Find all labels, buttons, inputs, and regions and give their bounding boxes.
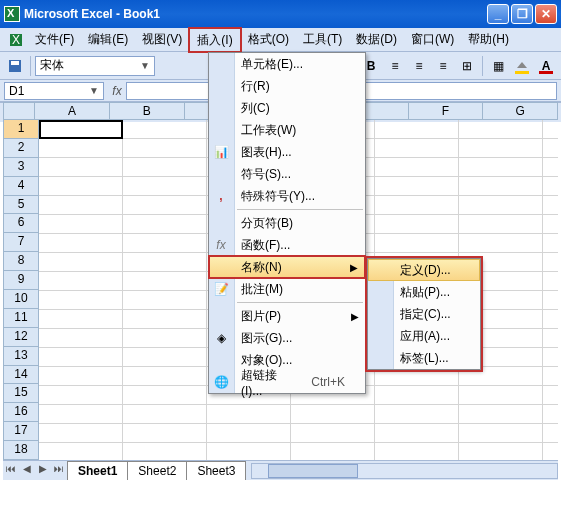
row-header[interactable]: 16 — [3, 403, 39, 422]
menu-item-label[interactable]: 标签(L)... — [368, 347, 480, 369]
menu-help[interactable]: 帮助(H) — [461, 28, 516, 51]
menu-item-function[interactable]: fx函数(F)... — [209, 234, 365, 256]
cell[interactable] — [123, 177, 207, 196]
merge-button[interactable]: ⊞ — [456, 55, 478, 77]
menu-item-pagebreak[interactable]: 分页符(B) — [209, 212, 365, 234]
font-color-button[interactable]: A — [535, 55, 557, 77]
cell[interactable] — [543, 348, 558, 367]
save-button[interactable] — [4, 55, 26, 77]
tab-nav-next[interactable]: ▶ — [35, 463, 51, 479]
cell[interactable] — [39, 253, 123, 272]
cell[interactable] — [459, 424, 543, 443]
menu-item-comment[interactable]: 📝批注(M) — [209, 278, 365, 300]
cell[interactable] — [543, 215, 558, 234]
cell[interactable] — [123, 253, 207, 272]
cell[interactable] — [459, 215, 543, 234]
cell[interactable] — [123, 405, 207, 424]
row-header[interactable]: 14 — [3, 366, 39, 385]
menu-item-rows[interactable]: 行(R) — [209, 75, 365, 97]
cell[interactable] — [459, 196, 543, 215]
cell[interactable] — [39, 329, 123, 348]
cell[interactable] — [375, 424, 459, 443]
cell[interactable] — [39, 291, 123, 310]
menu-file[interactable]: 文件(F) — [28, 28, 81, 51]
cell[interactable] — [39, 424, 123, 443]
fx-icon[interactable]: fx — [108, 84, 126, 98]
cell[interactable] — [123, 310, 207, 329]
cell[interactable] — [543, 443, 558, 460]
cell[interactable] — [123, 196, 207, 215]
align-right-button[interactable]: ≡ — [432, 55, 454, 77]
sheet-tab[interactable]: Sheet3 — [186, 461, 246, 480]
cell[interactable] — [39, 443, 123, 460]
cell[interactable] — [39, 405, 123, 424]
cell[interactable] — [123, 215, 207, 234]
row-header[interactable]: 1 — [3, 120, 39, 139]
cell[interactable] — [123, 443, 207, 460]
cell[interactable] — [123, 139, 207, 158]
cell[interactable] — [39, 310, 123, 329]
cell[interactable] — [123, 234, 207, 253]
cell[interactable] — [543, 120, 558, 139]
menu-insert[interactable]: 插入(I) — [189, 28, 240, 52]
row-header[interactable]: 13 — [3, 347, 39, 366]
cell[interactable] — [123, 291, 207, 310]
column-header[interactable]: B — [110, 102, 185, 120]
row-header[interactable]: 12 — [3, 328, 39, 347]
menu-item-name[interactable]: 名称(N)▶ — [209, 256, 365, 278]
select-all-corner[interactable] — [3, 102, 35, 120]
menu-item-paste[interactable]: 粘贴(P)... — [368, 281, 480, 303]
cell[interactable] — [123, 424, 207, 443]
menu-item-picture[interactable]: 图片(P)▶ — [209, 305, 365, 327]
cell[interactable] — [207, 424, 291, 443]
row-header[interactable]: 3 — [3, 158, 39, 177]
row-header[interactable]: 4 — [3, 177, 39, 196]
cell[interactable] — [543, 310, 558, 329]
menu-item-symbol[interactable]: 符号(S)... — [209, 163, 365, 185]
menu-item-hyperlink[interactable]: 🌐超链接(I)...Ctrl+K — [209, 371, 365, 393]
row-header[interactable]: 17 — [3, 422, 39, 441]
cell[interactable] — [123, 329, 207, 348]
document-icon[interactable]: X — [8, 32, 24, 48]
column-header[interactable]: A — [35, 102, 110, 120]
cell[interactable] — [375, 405, 459, 424]
cell[interactable] — [543, 177, 558, 196]
cell[interactable] — [123, 158, 207, 177]
cell[interactable] — [123, 120, 207, 139]
cell[interactable] — [543, 386, 558, 405]
cell[interactable] — [291, 424, 375, 443]
cell[interactable] — [39, 386, 123, 405]
cell[interactable] — [375, 177, 459, 196]
menu-edit[interactable]: 编辑(E) — [81, 28, 135, 51]
cell[interactable] — [543, 424, 558, 443]
sheet-tab[interactable]: Sheet1 — [67, 461, 128, 480]
cell[interactable] — [39, 215, 123, 234]
cell[interactable] — [39, 196, 123, 215]
cell[interactable] — [459, 120, 543, 139]
row-header[interactable]: 15 — [3, 384, 39, 403]
cell[interactable] — [459, 158, 543, 177]
row-header[interactable]: 8 — [3, 252, 39, 271]
menu-item-special-symbol[interactable]: ,特殊符号(Y)... — [209, 185, 365, 207]
sheet-tab[interactable]: Sheet2 — [127, 461, 187, 480]
menu-item-chart[interactable]: 📊图表(H)... — [209, 141, 365, 163]
cell[interactable] — [39, 367, 123, 386]
row-header[interactable]: 5 — [3, 196, 39, 215]
row-header[interactable]: 9 — [3, 271, 39, 290]
cell[interactable] — [543, 291, 558, 310]
menu-item-diagram[interactable]: ◈图示(G)... — [209, 327, 365, 349]
menu-window[interactable]: 窗口(W) — [404, 28, 461, 51]
borders-button[interactable]: ▦ — [487, 55, 509, 77]
cell[interactable] — [39, 348, 123, 367]
font-selector[interactable]: 宋体 ▼ — [35, 56, 155, 76]
tab-nav-last[interactable]: ⏭ — [51, 463, 67, 479]
menu-view[interactable]: 视图(V) — [135, 28, 189, 51]
cell[interactable] — [207, 405, 291, 424]
row-header[interactable]: 2 — [3, 139, 39, 158]
cell[interactable] — [375, 234, 459, 253]
row-header[interactable]: 10 — [3, 290, 39, 309]
close-button[interactable]: ✕ — [535, 4, 557, 24]
cell[interactable] — [543, 196, 558, 215]
cell[interactable] — [375, 443, 459, 460]
row-header[interactable]: 11 — [3, 309, 39, 328]
